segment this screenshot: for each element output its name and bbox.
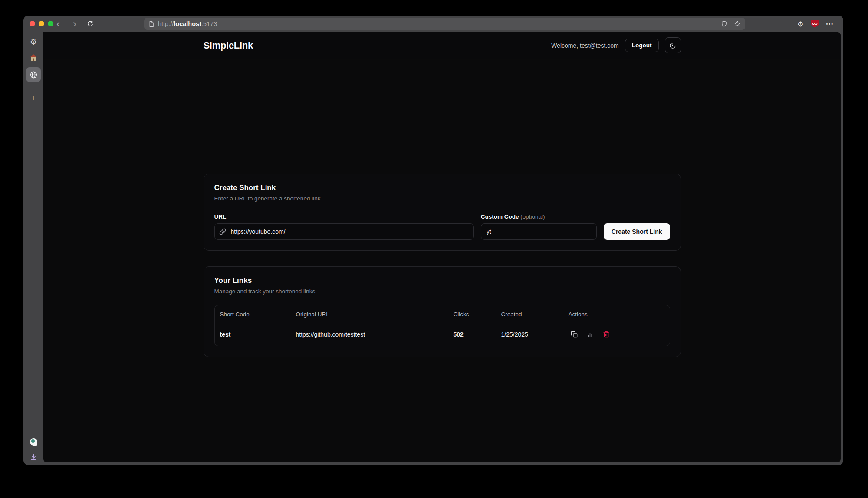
col-short-code: Short Code bbox=[215, 311, 291, 318]
url-scheme: http:// bbox=[158, 20, 174, 27]
custom-code-input[interactable] bbox=[481, 223, 597, 240]
toolbar-right-icons: ⚙ UO ••• bbox=[797, 16, 834, 32]
new-tab-button[interactable]: + bbox=[31, 93, 36, 103]
browser-sidebar: ⚙ + bbox=[23, 32, 43, 465]
app-header: SimpleLink Welcome, test@test.com Logout bbox=[43, 32, 841, 59]
col-created: Created bbox=[496, 311, 563, 318]
minimize-window-button[interactable] bbox=[39, 21, 44, 26]
page-icon bbox=[148, 21, 155, 27]
row-actions bbox=[563, 329, 670, 340]
theme-toggle-button[interactable] bbox=[665, 37, 681, 53]
settings-gear-icon[interactable]: ⚙ bbox=[30, 37, 37, 47]
links-table: Short Code Original URL Clicks Created A… bbox=[214, 305, 670, 346]
maximize-window-button[interactable] bbox=[48, 21, 53, 26]
logout-button[interactable]: Logout bbox=[625, 39, 659, 52]
extensions-gear-icon[interactable]: ⚙ bbox=[797, 20, 803, 28]
copy-icon bbox=[571, 331, 578, 338]
window-controls bbox=[30, 21, 53, 26]
bookmark-star-icon[interactable] bbox=[734, 20, 741, 27]
browser-window: ‹ › http://localhost:5173 ⚙ UO ••• bbox=[23, 16, 843, 465]
welcome-text: Welcome, test@test.com bbox=[551, 42, 619, 49]
chevron-right-icon: › bbox=[73, 19, 76, 29]
close-window-button[interactable] bbox=[30, 21, 35, 26]
table-header-row: Short Code Original URL Clicks Created A… bbox=[215, 305, 670, 323]
custom-code-label: Custom Code (optional) bbox=[481, 213, 597, 220]
adblock-shield-icon[interactable]: UO bbox=[811, 20, 819, 28]
url-port: :5173 bbox=[201, 20, 217, 27]
url-label: URL bbox=[214, 213, 474, 220]
moon-icon bbox=[669, 42, 676, 49]
links-card-subtitle: Manage and track your shortened links bbox=[214, 288, 670, 295]
sidebar-divider bbox=[27, 88, 39, 88]
cell-created: 1/25/2025 bbox=[496, 331, 563, 338]
create-short-link-card: Create Short Link Enter a URL to generat… bbox=[204, 174, 681, 251]
cell-clicks: 502 bbox=[448, 331, 496, 338]
create-card-subtitle: Enter a URL to generate a shortened link bbox=[214, 195, 670, 202]
optional-hint: (optional) bbox=[520, 213, 545, 220]
shield-icon[interactable] bbox=[721, 20, 727, 27]
active-tab-globe[interactable] bbox=[26, 67, 41, 82]
back-button[interactable]: ‹ bbox=[54, 16, 62, 32]
address-bar[interactable]: http://localhost:5173 bbox=[144, 18, 745, 30]
downloads-icon[interactable] bbox=[30, 453, 37, 461]
col-actions: Actions bbox=[563, 311, 670, 318]
trash-icon bbox=[603, 331, 610, 338]
create-card-title: Create Short Link bbox=[214, 183, 670, 192]
reload-icon bbox=[87, 20, 94, 27]
page-content: SimpleLink Welcome, test@test.com Logout bbox=[43, 32, 841, 462]
cell-original-url: https://github.com/testtest bbox=[291, 331, 448, 338]
links-card-title: Your Links bbox=[214, 276, 670, 285]
reload-button[interactable] bbox=[86, 16, 95, 32]
url-host: localhost bbox=[174, 20, 201, 27]
app-title: SimpleLink bbox=[204, 40, 253, 51]
table-row: test https://github.com/testtest 502 1/2… bbox=[215, 323, 670, 346]
url-input[interactable] bbox=[214, 223, 474, 240]
create-short-link-button[interactable]: Create Short Link bbox=[604, 223, 670, 240]
your-links-card: Your Links Manage and track your shorten… bbox=[204, 266, 681, 357]
cell-short-code: test bbox=[215, 331, 291, 338]
chevron-left-icon: ‹ bbox=[56, 19, 60, 29]
bar-chart-icon bbox=[587, 331, 593, 338]
stats-button[interactable] bbox=[585, 329, 596, 340]
home-tab-icon[interactable] bbox=[30, 54, 37, 61]
browser-toolbar: ‹ › http://localhost:5173 ⚙ UO ••• bbox=[23, 16, 843, 32]
profile-icon[interactable] bbox=[30, 438, 37, 446]
forward-button[interactable]: › bbox=[70, 16, 79, 32]
overflow-menu-icon[interactable]: ••• bbox=[826, 21, 834, 26]
col-original-url: Original URL bbox=[291, 311, 448, 318]
col-clicks: Clicks bbox=[448, 311, 496, 318]
copy-link-button[interactable] bbox=[569, 329, 580, 340]
app-main: Create Short Link Enter a URL to generat… bbox=[43, 59, 841, 462]
delete-link-button[interactable] bbox=[601, 329, 612, 340]
